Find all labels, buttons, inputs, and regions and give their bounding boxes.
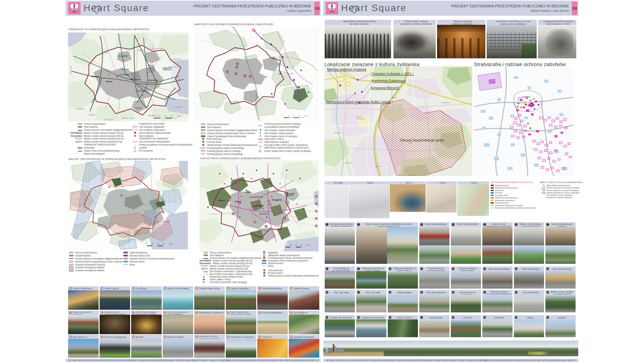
svg-text:Osiedle 27: Osiedle 27	[344, 162, 353, 164]
svg-text:Skoczów: Skoczów	[104, 118, 113, 121]
svg-text:Synagoga Mizrachi: Synagoga Mizrachi	[371, 86, 399, 90]
svg-text:Osiedle: Osiedle	[391, 97, 397, 99]
svg-text:Sosnowiec: Sosnowiec	[272, 199, 282, 201]
svg-text:Przewodów: Przewodów	[356, 118, 365, 120]
svg-text:Gdańsk: Gdańsk	[137, 49, 145, 51]
svg-text:Bielsko-Biała: Bielsko-Biała	[122, 117, 135, 119]
svg-text:Rybnik: Rybnik	[89, 114, 96, 116]
svg-text:20: 20	[157, 243, 159, 245]
svg-text:BYTOM: BYTOM	[245, 191, 252, 193]
svg-text:CHORZÓW: CHORZÓW	[249, 196, 260, 198]
svg-text:Tarnowskie: Tarnowskie	[118, 55, 128, 57]
svg-text:Zabrze: Zabrze	[235, 200, 241, 202]
svg-text:40 m: 40 m	[177, 115, 181, 117]
svg-text:Obszar będzińskiego getta: Obszar będzińskiego getta	[400, 138, 444, 142]
svg-text:Kraków: Kraków	[175, 106, 182, 108]
svg-text:Olkusz: Olkusz	[177, 78, 184, 80]
svg-text:Kamienica Cukermana: Kamienica Cukermana	[372, 79, 406, 83]
svg-text:Będzin: Będzin	[273, 190, 279, 192]
svg-text:Wrocław: Wrocław	[69, 66, 72, 74]
svg-text:Górka: Górka	[408, 142, 413, 144]
svg-text:GÓRNICZA: GÓRNICZA	[284, 194, 293, 196]
svg-text:Gliwice: Gliwice	[218, 199, 225, 201]
svg-text:30: 30	[301, 244, 303, 246]
svg-text:CHORZÓW: CHORZÓW	[119, 74, 130, 76]
svg-text:40 m: 40 m	[169, 243, 172, 245]
svg-text:20: 20	[293, 115, 295, 117]
svg-text:30: 30	[298, 115, 300, 117]
svg-text:Miejsce spalonej synagogi: Miejsce spalonej synagogi	[327, 68, 366, 71]
svg-text:10: 10	[288, 115, 290, 117]
svg-text:BYTOM: BYTOM	[122, 68, 129, 70]
svg-text:20: 20	[165, 115, 167, 117]
svg-text:TYCHY: TYCHY	[135, 107, 142, 109]
svg-text:20: 20	[295, 244, 297, 246]
svg-text:Gliwice: Gliwice	[92, 75, 99, 77]
svg-text:Mysłowice: Mysłowice	[259, 213, 269, 215]
svg-text:KATOWICE: KATOWICE	[253, 205, 264, 207]
svg-text:KATOWICE: KATOWICE	[130, 78, 141, 80]
svg-text:Będzin: Będzin	[148, 64, 154, 66]
svg-text:Kamienica w której mieszkała R: Kamienica w której mieszkała Rutka Laski…	[326, 100, 391, 104]
svg-text:Krasowela: Krasowela	[442, 102, 450, 104]
svg-text:GÓRNICZA: GÓRNICZA	[163, 69, 172, 71]
svg-text:Poznań: Poznań	[102, 51, 109, 54]
svg-text:Zawiercie: Zawiercie	[171, 58, 181, 60]
svg-text:Mysłowice: Mysłowice	[137, 90, 146, 92]
svg-text:10: 10	[152, 243, 154, 245]
svg-text:Nowy B.: Nowy B.	[375, 165, 381, 167]
svg-text:Sosnowiec: Sosnowiec	[148, 79, 159, 81]
svg-text:30: 30	[162, 243, 164, 245]
svg-text:10: 10	[290, 244, 292, 246]
svg-text:Cmentarz żydowski z 1831 r.: Cmentarz żydowski z 1831 r.	[371, 72, 414, 76]
svg-text:40 m: 40 m	[305, 115, 308, 117]
svg-text:30: 30	[171, 115, 173, 117]
svg-text:Ostrawa: Ostrawa	[75, 108, 84, 110]
svg-text:40 m: 40 m	[307, 244, 311, 246]
svg-text:TYCHY: TYCHY	[262, 230, 268, 232]
svg-text:10: 10	[159, 115, 161, 117]
svg-text:Zabrze: Zabrze	[106, 80, 112, 82]
svg-text:Bulwary: Bulwary	[334, 132, 340, 134]
svg-text:Częstochowa: Częstochowa	[150, 47, 163, 50]
svg-text:Będzin: Będzin	[353, 103, 359, 105]
